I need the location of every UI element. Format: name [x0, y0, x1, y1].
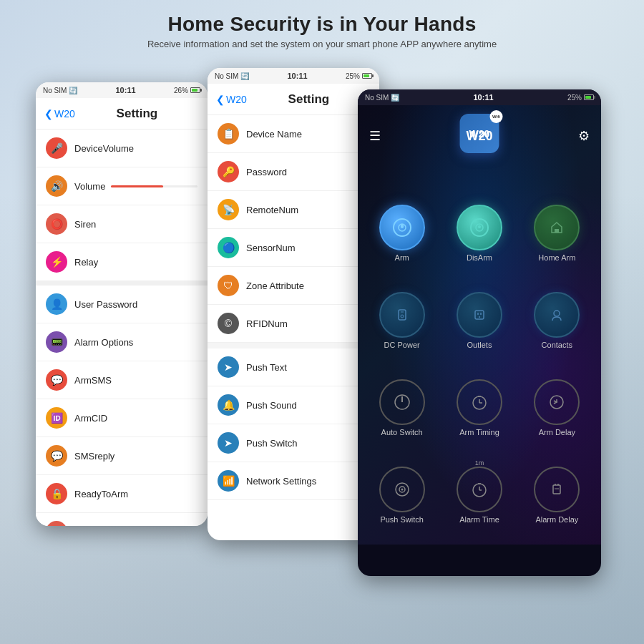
phone-1: No SIM 🔄 10:11 26% ❮ W20 Setting 🎤 Devic…	[36, 82, 208, 526]
phones-container: No SIM 🔄 10:11 26% ❮ W20 Setting 🎤 Devic…	[36, 68, 623, 623]
armcid-icon: 🆔	[46, 407, 67, 429]
user-password-label: User Password	[74, 299, 137, 310]
phone2-status-left: No SIM 🔄	[215, 72, 249, 80]
push-switch-button-icon	[379, 467, 425, 512]
list-item[interactable]: ⭕ Siren	[36, 205, 208, 243]
action-outlets[interactable]: Outlets	[441, 277, 517, 364]
arm-timing-button-icon	[457, 379, 502, 425]
device-volume-label: DeviceVolume	[74, 143, 134, 154]
alarm-time-label: Alarm Time	[459, 515, 499, 524]
list-item[interactable]: ➤ Push Text	[208, 348, 379, 386]
phone2-status-right: 25%	[346, 72, 372, 80]
action-arm[interactable]: Arm	[364, 190, 440, 276]
action-arm-timing[interactable]: Arm Timing	[441, 365, 517, 452]
arm-timing-label: Arm Timing	[459, 428, 499, 436]
push-switch-icon: ➤	[218, 432, 239, 454]
action-dc-power[interactable]: DC Power	[364, 277, 440, 364]
list-item[interactable]: 🛡 Zone Attribute	[208, 267, 379, 305]
action-alarm-delay[interactable]: Alarm Delay	[519, 452, 595, 539]
dc-power-button-icon	[379, 292, 425, 338]
list-item[interactable]: 🎤 DeviceVolume	[36, 130, 208, 167]
list-item[interactable]: 💬 ArmSMS	[36, 361, 208, 399]
action-push-switch[interactable]: Push Switch	[364, 452, 440, 539]
push-sound-label: Push Sound	[246, 400, 297, 411]
list-item[interactable]: © RFIDNum	[208, 305, 379, 343]
disarm-label: DisArm	[467, 253, 492, 262]
phone2-battery-pct: 25%	[346, 72, 360, 80]
disarm-button-icon	[457, 205, 502, 250]
arm-button-icon	[379, 205, 425, 250]
action-home-arm[interactable]: Home Arm	[519, 190, 595, 276]
relay-icon: ⚡	[46, 251, 67, 273]
list-item[interactable]: 🔊 Volume	[36, 167, 208, 205]
list-item[interactable]: 🔵 SensorNum	[208, 229, 379, 267]
list-item[interactable]: 📡 RemoteNum	[208, 191, 379, 229]
phone2-nav-title: Setting	[247, 92, 371, 107]
svg-point-11	[479, 316, 480, 318]
phone1-sim: No SIM 🔄	[43, 87, 77, 94]
device-name-icon: 📋	[218, 123, 239, 145]
phone1-time: 10:11	[115, 86, 135, 94]
volume-icon: 🔊	[46, 175, 67, 197]
list-item[interactable]: 🔒 LockKey	[36, 513, 208, 526]
list-item[interactable]: ➤ Push Switch	[208, 424, 379, 462]
list-item[interactable]: 🔒 ReadyToArm	[36, 475, 208, 513]
action-auto-switch[interactable]: Auto Switch	[364, 365, 440, 452]
phone2-section-divider	[208, 343, 379, 348]
phone1-back-button[interactable]: ❮ W20	[44, 108, 75, 119]
svg-rect-28	[553, 485, 560, 494]
remotenum-label: RemoteNum	[246, 205, 298, 215]
arm-label: Arm	[395, 253, 409, 262]
phone3-nav: ☰ W20 ⚙	[358, 121, 601, 151]
phone1-status-right: 26%	[174, 87, 200, 94]
device-name-label: Device Name	[246, 129, 302, 140]
alarm-time-button-icon	[457, 467, 502, 512]
hamburger-icon[interactable]: ☰	[369, 128, 381, 144]
action-arm-delay[interactable]: Arm Delay	[519, 365, 595, 452]
action-alarm-time[interactable]: 1m Alarm Time	[441, 452, 517, 539]
remotenum-icon: 📡	[218, 199, 239, 220]
list-item[interactable]: 🔔 Push Sound	[208, 386, 379, 424]
zone-attr-icon: 🛡	[218, 275, 239, 296]
phone1-nav-title: Setting	[75, 107, 199, 121]
list-item[interactable]: 💬 SMSreply	[36, 437, 208, 475]
list-item[interactable]: 👤 User Password	[36, 286, 208, 323]
svg-point-7	[401, 315, 404, 318]
list-item[interactable]: 🆔 ArmCID	[36, 399, 208, 437]
action-disarm[interactable]: DisArm	[441, 190, 517, 276]
phone3-title: W20	[466, 129, 492, 144]
phone3-battery-icon	[584, 94, 594, 100]
svg-rect-1	[401, 224, 404, 228]
action-contacts[interactable]: Contacts	[519, 277, 595, 364]
alarm-delay-label: Alarm Delay	[535, 515, 578, 524]
auto-switch-label: Auto Switch	[381, 428, 423, 436]
phone3-status-left: No SIM 🔄	[365, 94, 399, 102]
push-text-label: Push Text	[246, 362, 287, 373]
page-subtitle: Receive information and set the system o…	[0, 39, 644, 49]
zone-attr-label: Zone Attribute	[246, 280, 304, 291]
list-item[interactable]: ⚡ Relay	[36, 243, 208, 281]
dc-power-label: DC Power	[384, 341, 420, 349]
list-item[interactable]: 📋 Device Name	[208, 115, 379, 153]
action-grid: Arm DisArm	[358, 184, 601, 545]
list-item[interactable]: 🔑 Password	[208, 153, 379, 191]
network-settings-icon: 📶	[218, 470, 239, 492]
siren-label: Siren	[74, 219, 96, 230]
phone2-back-button[interactable]: ❮ W20	[216, 94, 247, 105]
sensornum-icon: 🔵	[218, 237, 239, 258]
alarm-sublabel: 1m	[475, 459, 484, 467]
siren-icon: ⭕	[46, 213, 67, 235]
svg-rect-8	[475, 311, 484, 319]
sensornum-label: SensorNum	[246, 243, 296, 253]
phone2-nav-bar: ❮ W20 Setting	[208, 84, 379, 115]
phone2-top-list: 📋 Device Name 🔑 Password 📡 RemoteNum 🔵 S…	[208, 115, 379, 343]
phone2-battery-icon	[362, 73, 372, 79]
list-item[interactable]: 📟 Alarm Options	[36, 323, 208, 361]
password-label: Password	[246, 167, 287, 177]
list-item[interactable]: 📶 Network Settings	[208, 462, 379, 500]
volume-fill	[111, 185, 162, 187]
settings-gear-icon[interactable]: ⚙	[578, 128, 590, 144]
page-title: Home Security is in Your Hands	[0, 13, 644, 36]
push-sound-icon: 🔔	[218, 394, 239, 416]
svg-rect-3	[478, 225, 481, 228]
